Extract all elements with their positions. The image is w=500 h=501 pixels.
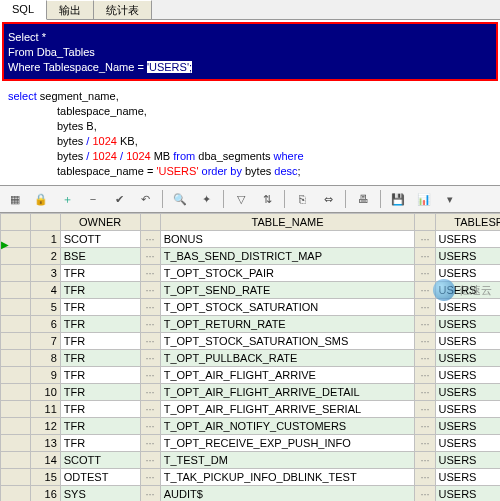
link-icon[interactable]: ⇔: [319, 190, 337, 208]
table-row[interactable]: 5TFR···T_OPT_STOCK_SATURATION···USERS···…: [1, 299, 501, 316]
cell-table-name[interactable]: T_OPT_AIR_FLIGHT_ARRIVE_SERIAL: [160, 401, 415, 418]
cell-tablespace[interactable]: USERS: [435, 469, 500, 486]
cell-table-name[interactable]: T_OPT_STOCK_SATURATION_SMS: [160, 333, 415, 350]
cell-expand-icon[interactable]: ···: [140, 418, 160, 435]
cell-owner[interactable]: TFR: [60, 333, 140, 350]
cell-owner[interactable]: TFR: [60, 418, 140, 435]
cell-expand-icon[interactable]: ···: [140, 469, 160, 486]
cell-expand-icon[interactable]: ···: [140, 282, 160, 299]
cell-tablespace[interactable]: USERS: [435, 486, 500, 502]
cell-tablespace[interactable]: USERS: [435, 316, 500, 333]
cell-tablespace[interactable]: USERS: [435, 384, 500, 401]
cell-owner[interactable]: TFR: [60, 316, 140, 333]
table-row[interactable]: 8TFR···T_OPT_PULLBACK_RATE···USERS······: [1, 350, 501, 367]
table-row[interactable]: 2BSE···T_BAS_SEND_DISTRICT_MAP···USERS··…: [1, 248, 501, 265]
sql-editor[interactable]: select segment_name, tablespace_name, by…: [0, 83, 500, 185]
sort-icon[interactable]: ⇅: [258, 190, 276, 208]
cell-owner[interactable]: TFR: [60, 299, 140, 316]
col-owner[interactable]: OWNER: [60, 214, 140, 231]
filter-icon[interactable]: ▽: [232, 190, 250, 208]
cell-owner[interactable]: TFR: [60, 282, 140, 299]
dropdown-icon[interactable]: ▾: [441, 190, 459, 208]
table-row[interactable]: 14SCOTT···T_TEST_DM···USERS······: [1, 452, 501, 469]
cell-table-name[interactable]: T_OPT_RETURN_RATE: [160, 316, 415, 333]
cell-expand-icon[interactable]: ···: [140, 299, 160, 316]
cell-table-name[interactable]: T_OPT_STOCK_SATURATION: [160, 299, 415, 316]
cell-expand-icon[interactable]: ···: [140, 435, 160, 452]
table-row[interactable]: 12TFR···T_OPT_AIR_NOTIFY_CUSTOMERS···USE…: [1, 418, 501, 435]
cell-expand-icon[interactable]: ···: [415, 350, 435, 367]
cell-owner[interactable]: TFR: [60, 435, 140, 452]
cell-table-name[interactable]: T_OPT_SEND_RATE: [160, 282, 415, 299]
tab-sql[interactable]: SQL: [0, 0, 47, 20]
cell-tablespace[interactable]: USERS: [435, 231, 500, 248]
cell-tablespace[interactable]: USERS: [435, 418, 500, 435]
cell-expand-icon[interactable]: ···: [415, 418, 435, 435]
tab-output[interactable]: 输出: [47, 0, 94, 19]
cell-table-name[interactable]: T_OPT_AIR_FLIGHT_ARRIVE_DETAIL: [160, 384, 415, 401]
cell-table-name[interactable]: T_OPT_AIR_NOTIFY_CUSTOMERS: [160, 418, 415, 435]
cell-expand-icon[interactable]: ···: [140, 350, 160, 367]
cell-expand-icon[interactable]: ···: [415, 486, 435, 502]
cell-table-name[interactable]: AUDIT$: [160, 486, 415, 502]
rollback-icon[interactable]: ↶: [136, 190, 154, 208]
cell-table-name[interactable]: T_TEST_DM: [160, 452, 415, 469]
cell-expand-icon[interactable]: ···: [140, 231, 160, 248]
table-row[interactable]: 3TFR···T_OPT_STOCK_PAIR···USERS······: [1, 265, 501, 282]
add-row-icon[interactable]: ＋: [58, 190, 76, 208]
cell-tablespace[interactable]: USERS: [435, 333, 500, 350]
cell-expand-icon[interactable]: ···: [415, 469, 435, 486]
cell-tablespace[interactable]: USERS: [435, 452, 500, 469]
cell-expand-icon[interactable]: ···: [140, 452, 160, 469]
cell-owner[interactable]: SCOTT: [60, 231, 140, 248]
cell-table-name[interactable]: T_TAK_PICKUP_INFO_DBLINK_TEST: [160, 469, 415, 486]
bookmark-icon[interactable]: ✦: [197, 190, 215, 208]
cell-table-name[interactable]: T_OPT_AIR_FLIGHT_ARRIVE: [160, 367, 415, 384]
cell-expand-icon[interactable]: ···: [415, 401, 435, 418]
cell-tablespace[interactable]: USERS: [435, 435, 500, 452]
cell-tablespace[interactable]: USERS: [435, 248, 500, 265]
cell-table-name[interactable]: T_OPT_RECEIVE_EXP_PUSH_INFO: [160, 435, 415, 452]
save-icon[interactable]: 💾: [389, 190, 407, 208]
table-row[interactable]: 15ODTEST···T_TAK_PICKUP_INFO_DBLINK_TEST…: [1, 469, 501, 486]
highlighted-query-block[interactable]: Select * From Dba_Tables Where Tablespac…: [2, 22, 498, 81]
cell-expand-icon[interactable]: ···: [415, 452, 435, 469]
cell-expand-icon[interactable]: ···: [140, 316, 160, 333]
tab-stats[interactable]: 统计表: [94, 0, 152, 19]
col-table-name[interactable]: TABLE_NAME: [160, 214, 415, 231]
cell-expand-icon[interactable]: ···: [415, 384, 435, 401]
cell-owner[interactable]: BSE: [60, 248, 140, 265]
table-row[interactable]: 16SYS···AUDIT$···USERS······: [1, 486, 501, 502]
cell-expand-icon[interactable]: ···: [415, 333, 435, 350]
cell-expand-icon[interactable]: ···: [415, 248, 435, 265]
grid-icon[interactable]: ▦: [6, 190, 24, 208]
cell-tablespace[interactable]: USERS: [435, 299, 500, 316]
cell-owner[interactable]: TFR: [60, 350, 140, 367]
table-row[interactable]: 10TFR···T_OPT_AIR_FLIGHT_ARRIVE_DETAIL··…: [1, 384, 501, 401]
cell-table-name[interactable]: T_OPT_STOCK_PAIR: [160, 265, 415, 282]
cell-expand-icon[interactable]: ···: [415, 299, 435, 316]
cell-tablespace[interactable]: USERS: [435, 350, 500, 367]
chart-icon[interactable]: 📊: [415, 190, 433, 208]
cell-expand-icon[interactable]: ···: [140, 401, 160, 418]
find-icon[interactable]: 🔍: [171, 190, 189, 208]
cell-expand-icon[interactable]: ···: [415, 367, 435, 384]
col-tablespace[interactable]: TABLESPACE_NAME: [435, 214, 500, 231]
cell-owner[interactable]: TFR: [60, 265, 140, 282]
table-row[interactable]: 7TFR···T_OPT_STOCK_SATURATION_SMS···USER…: [1, 333, 501, 350]
cell-owner[interactable]: TFR: [60, 384, 140, 401]
cell-owner[interactable]: TFR: [60, 367, 140, 384]
table-row[interactable]: 13TFR···T_OPT_RECEIVE_EXP_PUSH_INFO···US…: [1, 435, 501, 452]
cell-expand-icon[interactable]: ···: [140, 384, 160, 401]
delete-row-icon[interactable]: −: [84, 190, 102, 208]
cell-expand-icon[interactable]: ···: [415, 316, 435, 333]
table-row[interactable]: 9TFR···T_OPT_AIR_FLIGHT_ARRIVE···USERS··…: [1, 367, 501, 384]
cell-expand-icon[interactable]: ···: [140, 486, 160, 502]
table-row[interactable]: ▶1SCOTT···BONUS···USERS······: [1, 231, 501, 248]
cell-expand-icon[interactable]: ···: [140, 265, 160, 282]
export-icon[interactable]: ⎘: [293, 190, 311, 208]
cell-expand-icon[interactable]: ···: [140, 367, 160, 384]
table-row[interactable]: 4TFR···T_OPT_SEND_RATE···USERS······: [1, 282, 501, 299]
lock-icon[interactable]: 🔒: [32, 190, 50, 208]
cell-owner[interactable]: ODTEST: [60, 469, 140, 486]
